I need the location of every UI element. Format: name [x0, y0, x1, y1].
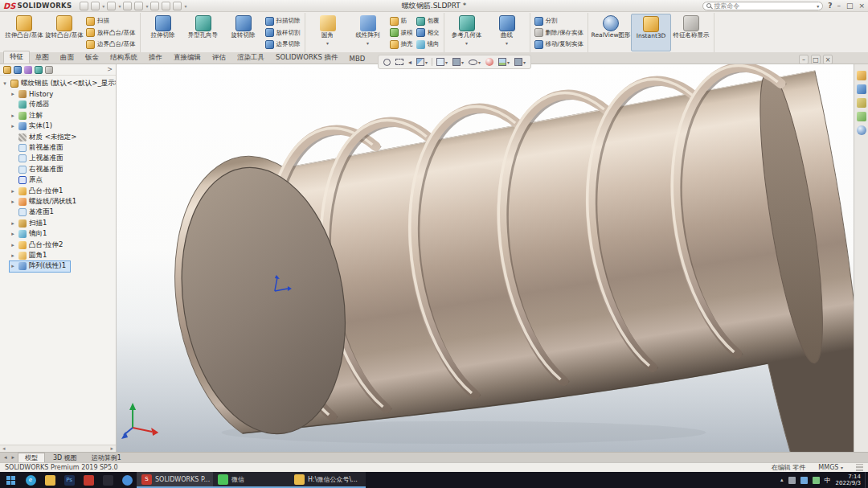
loft-button[interactable]: 放样凸台/基体 — [84, 27, 137, 39]
help-button[interactable]: ? — [828, 2, 832, 10]
tree-item-history[interactable]: ▸History — [10, 88, 116, 99]
file-explorer-icon[interactable] — [857, 98, 866, 108]
tab-mbd[interactable]: MBD — [344, 54, 371, 64]
redo-icon[interactable] — [150, 2, 159, 10]
tree-item-boss-extrude2[interactable]: ▸凸台-拉伸2 — [10, 240, 116, 250]
linear-pattern-dropdown-icon[interactable]: ▾ — [366, 40, 369, 46]
extrude-cut-button[interactable]: 拉伸切除 — [143, 14, 183, 51]
new-file-icon[interactable] — [80, 2, 88, 10]
scroll-right-icon[interactable]: ▸ — [110, 445, 113, 452]
tree-item-annotations[interactable]: ▸注解 — [10, 110, 116, 121]
panel-expand-icon[interactable]: > — [107, 66, 113, 73]
move-copy-body-button[interactable]: 移动/复制实体 — [533, 39, 586, 50]
tab-surfaces[interactable]: 曲面 — [55, 52, 80, 64]
open-icon[interactable] — [91, 2, 100, 10]
print-icon[interactable] — [123, 2, 132, 10]
display-style-button[interactable]: ▾ — [451, 56, 465, 68]
tab-evaluate[interactable]: 评估 — [207, 52, 231, 64]
display-manager-tab-icon[interactable] — [45, 66, 53, 74]
fillet-dropdown-icon[interactable]: ▾ — [326, 40, 329, 46]
sweep-cut-button[interactable]: 扫描切除 — [264, 15, 302, 27]
taskbar-photoshop[interactable]: Ps — [59, 472, 79, 488]
expand-arrow-icon[interactable]: ▸ — [10, 91, 16, 97]
delete-body-button[interactable]: 删除/保存实体 — [533, 27, 586, 39]
tree-item-top-plane[interactable]: 上视基准面 — [10, 154, 116, 164]
tree-item-mirror1[interactable]: ▸镜向1 — [10, 228, 116, 239]
feature-names-button[interactable]: 特征名称显示 — [671, 14, 711, 51]
tab-structure-system[interactable]: 结构系统 — [104, 52, 143, 64]
expand-arrow-icon[interactable]: ▸ — [10, 113, 16, 119]
input-method-indicator[interactable]: 中 — [825, 476, 831, 485]
minimize-button[interactable]: – — [837, 2, 841, 10]
expand-arrow-icon[interactable]: ▸ — [10, 199, 16, 205]
doc-tab-model[interactable]: 模型 — [18, 453, 45, 462]
property-manager-tab-icon[interactable] — [14, 66, 22, 74]
rib-button[interactable]: 筋 — [388, 15, 415, 27]
doc-restore-icon[interactable]: □ — [811, 55, 821, 64]
undo-icon[interactable] — [134, 2, 143, 10]
view-palette-icon[interactable] — [857, 112, 866, 121]
expand-arrow-icon[interactable]: ▸ — [10, 231, 16, 237]
taskbar-app-circle[interactable] — [117, 472, 137, 488]
status-units[interactable]: MMGS ▾ — [818, 464, 843, 471]
taskbar-app-dark[interactable] — [98, 472, 117, 488]
tree-item-plane1[interactable]: 基准面1 — [10, 207, 116, 218]
extrude-boss-button[interactable]: 拉伸凸台/基体 — [4, 14, 44, 51]
curves-dropdown-icon[interactable]: ▾ — [506, 40, 508, 46]
sweep-button[interactable]: 扫描 — [84, 15, 137, 27]
tree-item-fillet1[interactable]: ▸圆角1 — [10, 250, 116, 260]
tree-root[interactable]: ▾ 螺纹钢筋 (默认<<默认>_显示状态 1>) — [2, 78, 116, 88]
reference-geometry-dropdown-icon[interactable]: ▾ — [465, 40, 468, 46]
tree-item-front-plane[interactable]: 前视基准面 — [10, 142, 116, 153]
maximize-button[interactable]: □ — [846, 2, 854, 10]
expand-arrow-icon[interactable]: ▸ — [10, 263, 16, 269]
taskbar-app-red[interactable] — [79, 472, 98, 488]
mirror-button[interactable]: 镜向 — [415, 39, 441, 50]
options-icon[interactable] — [173, 2, 182, 10]
appearances-icon[interactable] — [857, 125, 866, 135]
configurations-tab-icon[interactable] — [24, 66, 32, 74]
zoom-fit-button[interactable] — [382, 56, 392, 68]
tree-item-right-plane[interactable]: 右视基准面 — [10, 164, 116, 174]
tree-item-linear-pattern1[interactable]: ▸阵列(线性)1 — [10, 261, 70, 272]
tree-item-helix[interactable]: ▸螺旋线/涡状线1 — [10, 196, 116, 207]
taskbar-browser[interactable]: e — [21, 472, 40, 488]
tree-item-sensors[interactable]: 传感器 — [10, 100, 116, 110]
zoom-area-button[interactable] — [394, 56, 405, 68]
rebuild-icon[interactable] — [162, 2, 170, 10]
taskbar-task-explorer[interactable]: H:\微信公众号\... — [289, 472, 366, 488]
taskbar-task-wechat[interactable]: 微信 — [213, 472, 289, 488]
tree-item-boss-extrude1[interactable]: ▸凸台-拉伸1 — [10, 186, 116, 196]
tab-sheet-metal[interactable]: 钣金 — [80, 52, 104, 64]
tray-icon-1[interactable] — [788, 477, 796, 484]
tray-icon-3[interactable] — [813, 477, 820, 484]
open-dropdown-icon[interactable]: ▾ — [102, 3, 104, 9]
expand-arrow-icon[interactable]: ▸ — [10, 123, 16, 129]
hide-show-items-button[interactable]: ▾ — [467, 56, 482, 68]
boundary-cut-button[interactable]: 边界切除 — [264, 39, 302, 50]
undo-dropdown-icon[interactable]: ▾ — [145, 3, 148, 9]
fillet-button[interactable]: 圆角▾ — [308, 14, 348, 51]
view-settings-button[interactable]: ▾ — [513, 56, 527, 68]
tab-operations[interactable]: 操作 — [143, 52, 168, 64]
tab-scroll-right-icon[interactable]: ▸ — [10, 454, 17, 461]
tree-item-sweep1[interactable]: ▸扫描1 — [10, 218, 116, 228]
draft-button[interactable]: 拔模 — [388, 27, 415, 39]
realview-button[interactable]: RealView图形 — [591, 14, 631, 51]
doc-tab-3d-views[interactable]: 3D 视图 — [47, 453, 84, 462]
tree-item-material[interactable]: 材质 <未指定> — [10, 132, 116, 142]
edit-appearance-button[interactable] — [484, 56, 495, 68]
taskbar-folder[interactable] — [40, 472, 59, 488]
doc-close-icon[interactable]: × — [823, 55, 833, 64]
options-dropdown-icon[interactable]: ▾ — [184, 3, 186, 9]
tab-render-tools[interactable]: 渲染工具 — [231, 52, 270, 64]
panel-horizontal-scrollbar[interactable]: ◂ ▸ — [0, 445, 116, 452]
tab-features[interactable]: 特征 — [3, 51, 30, 64]
tray-expand-icon[interactable]: ▴ — [780, 477, 784, 483]
curves-button[interactable]: 曲线▾ — [487, 14, 527, 51]
show-desktop-button[interactable] — [865, 472, 868, 488]
tab-addins[interactable]: SOLIDWORKS 插件 — [270, 52, 344, 64]
expand-arrow-icon[interactable]: ▸ — [10, 188, 16, 195]
resources-icon[interactable] — [857, 71, 866, 80]
revolve-boss-button[interactable]: 旋转凸台/基体 — [44, 14, 84, 51]
